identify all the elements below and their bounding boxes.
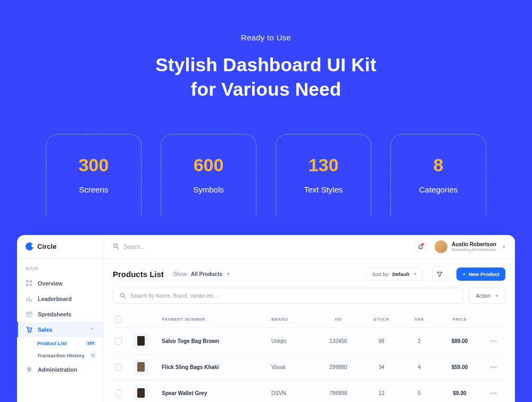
svg-rect-4 <box>27 298 28 302</box>
search-icon <box>113 243 119 250</box>
product-brand: Visval <box>271 364 314 370</box>
nav-label: Leaderboard <box>38 296 72 302</box>
svg-point-12 <box>114 244 118 248</box>
row-checkbox[interactable] <box>115 364 122 371</box>
svg-rect-2 <box>26 283 29 286</box>
svg-rect-1 <box>29 280 32 283</box>
sidebar-section-label: MAIN <box>17 258 103 275</box>
row-checkbox[interactable] <box>115 338 122 345</box>
product-id: 132456 <box>317 338 360 344</box>
nav-label: Sales <box>38 326 52 333</box>
app-name: Circle <box>37 242 56 250</box>
row-checkbox[interactable] <box>115 390 122 397</box>
row-actions-button[interactable]: ••• <box>484 338 503 344</box>
user-role: Marketing Administrator <box>452 247 496 252</box>
action-dropdown[interactable]: Action ▾ <box>469 288 505 304</box>
product-price: $9.00 <box>438 390 481 396</box>
search-placeholder: Search... <box>123 244 145 250</box>
show-filter[interactable]: Show: All Products ▾ <box>173 271 230 277</box>
select-all-checkbox[interactable] <box>115 316 122 323</box>
shield-icon <box>26 366 32 373</box>
app-logo[interactable]: Circle <box>17 235 103 258</box>
sort-dropdown[interactable]: Sort by: Default ▾ <box>366 267 422 281</box>
stat-label: Categories <box>396 185 480 194</box>
notifications-button[interactable] <box>414 240 427 253</box>
subnav-label: Product List <box>37 340 66 346</box>
table-row[interactable]: Salvo Toge Bag Brown Uniqlo 132456 98 2 … <box>113 328 505 354</box>
filter-icon <box>437 271 443 277</box>
svg-point-11 <box>30 331 31 332</box>
chevron-up-icon: ⌃ <box>90 327 94 332</box>
product-id: 299880 <box>317 364 360 370</box>
product-brand: DSVN <box>271 390 314 396</box>
product-thumbnail <box>133 385 149 401</box>
product-thumbnail <box>133 359 149 375</box>
stat-card: 300Screens <box>46 134 142 216</box>
chevron-down-icon: ▾ <box>503 244 505 249</box>
product-name: Spear Wallet Grey <box>162 390 268 396</box>
global-search[interactable]: Search... <box>113 243 407 250</box>
product-price: $59.00 <box>438 364 481 370</box>
dashboard-panel: Circle MAIN Overview Leaderboard Spredsh… <box>17 235 515 402</box>
new-product-button[interactable]: + New Product <box>456 267 505 281</box>
table-row[interactable]: Spear Wallet Grey DSVN 788898 12 5 $9.00… <box>113 380 505 402</box>
stat-label: Screens <box>52 185 136 194</box>
chevron-down-icon: ▾ <box>496 293 498 298</box>
product-var: 2 <box>403 338 435 344</box>
filter-button[interactable] <box>432 266 447 281</box>
cart-icon <box>26 326 32 333</box>
user-name: Austin Robertson <box>452 241 496 247</box>
sidebar-item-overview[interactable]: Overview <box>17 275 103 291</box>
count-badge: 8 <box>90 353 96 358</box>
stat-value: 130 <box>281 155 365 175</box>
nav-label: Overview <box>38 280 63 287</box>
sidebar-item-spreadsheets[interactable]: Spredsheets <box>17 306 103 322</box>
page-title: Products List <box>113 270 164 279</box>
hero-kicker: Ready to Use <box>0 33 532 42</box>
subnav-product-list[interactable]: Product List 195 <box>17 337 103 349</box>
sidebar-item-sales[interactable]: Sales ⌃ <box>17 322 103 337</box>
hero-headline: Stylish Dashboard UI Kit for Various Nee… <box>0 53 532 101</box>
user-menu[interactable]: Austin Robertson Marketing Administrator… <box>435 240 505 253</box>
table-search[interactable]: Search by Name, Brand, Varian etc... <box>113 288 463 304</box>
subnav-transaction-history[interactable]: Transaction History 8 <box>17 349 103 362</box>
stat-card: 600Symbols <box>161 134 256 216</box>
chevron-down-icon: ▾ <box>227 271 230 277</box>
svg-point-3 <box>29 283 32 286</box>
table-row[interactable]: Flick Sling Bags Khaki Visval 299880 34 … <box>113 354 505 380</box>
stat-label: Symbols <box>167 185 251 194</box>
svg-line-13 <box>117 247 119 249</box>
logo-icon <box>26 242 34 250</box>
chart-icon <box>26 295 32 302</box>
chevron-down-icon: ▾ <box>414 271 417 277</box>
product-stock: 98 <box>363 338 400 344</box>
product-stock: 34 <box>363 364 400 370</box>
subnav-label: Transaction History <box>37 353 85 358</box>
row-actions-button[interactable]: ••• <box>484 390 503 396</box>
table-icon <box>26 311 32 317</box>
avatar <box>435 240 447 253</box>
svg-rect-0 <box>26 280 29 283</box>
svg-rect-5 <box>28 297 29 302</box>
row-actions-button[interactable]: ••• <box>484 364 503 370</box>
sidebar-item-leaderboard[interactable]: Leaderboard <box>17 291 103 306</box>
product-thumbnail <box>133 333 149 349</box>
svg-point-14 <box>121 294 124 297</box>
product-stock: 12 <box>363 390 400 396</box>
stat-value: 8 <box>396 155 480 175</box>
product-brand: Uniqlo <box>271 338 314 344</box>
svg-point-10 <box>28 331 29 332</box>
stat-value: 300 <box>52 155 136 175</box>
svg-rect-7 <box>27 312 32 316</box>
nav-label: Administration <box>38 366 77 373</box>
stat-card: 8Categories <box>390 134 486 216</box>
plus-icon: + <box>462 271 466 277</box>
nav-label: Spredsheets <box>38 311 71 317</box>
sidebar-item-administration[interactable]: Administration <box>17 362 103 377</box>
stat-label: Text Styles <box>281 185 365 194</box>
count-badge: 195 <box>85 340 96 346</box>
product-var: 4 <box>403 364 435 370</box>
product-var: 5 <box>403 390 435 396</box>
product-name: Salvo Toge Bag Brown <box>162 338 268 344</box>
svg-line-15 <box>124 297 126 298</box>
